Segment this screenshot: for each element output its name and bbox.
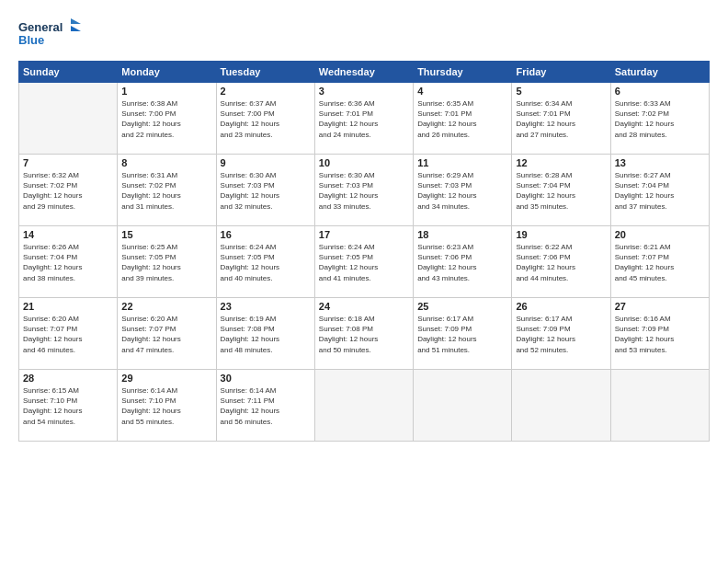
day-detail: Sunrise: 6:20 AMSunset: 7:07 PMDaylight:…: [23, 314, 113, 355]
day-cell: 2Sunrise: 6:37 AMSunset: 7:00 PMDaylight…: [216, 83, 314, 155]
day-detail: Sunrise: 6:24 AMSunset: 7:05 PMDaylight:…: [319, 242, 409, 283]
day-detail: Sunrise: 6:35 AMSunset: 7:01 PMDaylight:…: [417, 98, 507, 140]
day-number: 24: [319, 301, 409, 312]
day-cell: [512, 370, 610, 442]
day-number: 11: [417, 157, 507, 168]
day-cell: 13Sunrise: 6:27 AMSunset: 7:04 PMDayligh…: [610, 155, 709, 226]
header: General Blue: [18, 17, 710, 52]
svg-marker-2: [71, 18, 81, 24]
svg-text:General: General: [18, 20, 63, 34]
day-cell: 1Sunrise: 6:38 AMSunset: 7:00 PMDaylight…: [118, 83, 216, 155]
day-detail: Sunrise: 6:30 AMSunset: 7:03 PMDaylight:…: [319, 170, 409, 212]
day-detail: Sunrise: 6:21 AMSunset: 7:07 PMDaylight:…: [615, 242, 705, 283]
day-number: 28: [23, 373, 113, 384]
day-detail: Sunrise: 6:15 AMSunset: 7:10 PMDaylight:…: [23, 385, 113, 427]
day-detail: Sunrise: 6:17 AMSunset: 7:09 PMDaylight:…: [516, 314, 606, 355]
day-cell: 21Sunrise: 6:20 AMSunset: 7:07 PMDayligh…: [19, 298, 118, 370]
day-detail: Sunrise: 6:31 AMSunset: 7:02 PMDaylight:…: [121, 170, 211, 212]
day-detail: Sunrise: 6:26 AMSunset: 7:04 PMDaylight:…: [23, 242, 113, 283]
day-number: 20: [615, 229, 705, 240]
day-cell: 3Sunrise: 6:36 AMSunset: 7:01 PMDaylight…: [314, 83, 413, 155]
col-header-wednesday: Wednesday: [314, 62, 413, 83]
col-header-friday: Friday: [512, 62, 610, 83]
day-number: 6: [615, 86, 705, 97]
day-cell: 9Sunrise: 6:30 AMSunset: 7:03 PMDaylight…: [216, 155, 314, 226]
col-header-saturday: Saturday: [610, 62, 709, 83]
day-detail: Sunrise: 6:30 AMSunset: 7:03 PMDaylight:…: [221, 170, 311, 212]
day-cell: 15Sunrise: 6:25 AMSunset: 7:05 PMDayligh…: [118, 226, 216, 298]
day-cell: 26Sunrise: 6:17 AMSunset: 7:09 PMDayligh…: [512, 298, 610, 370]
day-detail: Sunrise: 6:19 AMSunset: 7:08 PMDaylight:…: [221, 314, 311, 355]
day-detail: Sunrise: 6:34 AMSunset: 7:01 PMDaylight:…: [516, 98, 606, 140]
day-cell: 10Sunrise: 6:30 AMSunset: 7:03 PMDayligh…: [314, 155, 413, 226]
col-header-monday: Monday: [118, 62, 216, 83]
week-row-2: 7Sunrise: 6:32 AMSunset: 7:02 PMDaylight…: [19, 155, 710, 226]
day-detail: Sunrise: 6:27 AMSunset: 7:04 PMDaylight:…: [615, 170, 705, 212]
day-number: 5: [516, 86, 606, 97]
day-cell: 25Sunrise: 6:17 AMSunset: 7:09 PMDayligh…: [414, 298, 512, 370]
day-cell: 28Sunrise: 6:15 AMSunset: 7:10 PMDayligh…: [19, 370, 118, 442]
day-detail: Sunrise: 6:37 AMSunset: 7:00 PMDaylight:…: [221, 98, 311, 140]
day-number: 8: [121, 157, 211, 168]
day-cell: 17Sunrise: 6:24 AMSunset: 7:05 PMDayligh…: [314, 226, 413, 298]
day-detail: Sunrise: 6:36 AMSunset: 7:01 PMDaylight:…: [319, 98, 409, 140]
day-cell: 11Sunrise: 6:29 AMSunset: 7:03 PMDayligh…: [414, 155, 512, 226]
day-cell: 16Sunrise: 6:24 AMSunset: 7:05 PMDayligh…: [216, 226, 314, 298]
day-number: 29: [121, 373, 211, 384]
calendar-page: General Blue SundayMondayTuesdayWednesda…: [0, 0, 728, 563]
day-cell: 19Sunrise: 6:22 AMSunset: 7:06 PMDayligh…: [512, 226, 610, 298]
day-detail: Sunrise: 6:22 AMSunset: 7:06 PMDaylight:…: [516, 242, 606, 283]
day-detail: Sunrise: 6:29 AMSunset: 7:03 PMDaylight:…: [417, 170, 507, 212]
generalblue-logo: General Blue: [18, 17, 83, 52]
day-detail: Sunrise: 6:20 AMSunset: 7:07 PMDaylight:…: [121, 314, 211, 355]
day-detail: Sunrise: 6:28 AMSunset: 7:04 PMDaylight:…: [516, 170, 606, 212]
calendar-table: SundayMondayTuesdayWednesdayThursdayFrid…: [18, 61, 710, 442]
day-detail: Sunrise: 6:14 AMSunset: 7:10 PMDaylight:…: [121, 385, 211, 427]
day-number: 18: [417, 229, 507, 240]
col-header-thursday: Thursday: [414, 62, 512, 83]
day-number: 1: [121, 86, 211, 97]
day-number: 2: [221, 86, 311, 97]
day-number: 7: [23, 157, 113, 168]
day-cell: 20Sunrise: 6:21 AMSunset: 7:07 PMDayligh…: [610, 226, 709, 298]
day-detail: Sunrise: 6:24 AMSunset: 7:05 PMDaylight:…: [221, 242, 311, 283]
day-cell: 22Sunrise: 6:20 AMSunset: 7:07 PMDayligh…: [118, 298, 216, 370]
day-detail: Sunrise: 6:32 AMSunset: 7:02 PMDaylight:…: [23, 170, 113, 212]
day-number: 4: [417, 86, 507, 97]
day-detail: Sunrise: 6:23 AMSunset: 7:06 PMDaylight:…: [417, 242, 507, 283]
day-cell: 24Sunrise: 6:18 AMSunset: 7:08 PMDayligh…: [314, 298, 413, 370]
day-detail: Sunrise: 6:25 AMSunset: 7:05 PMDaylight:…: [121, 242, 211, 283]
day-detail: Sunrise: 6:38 AMSunset: 7:00 PMDaylight:…: [121, 98, 211, 140]
day-detail: Sunrise: 6:17 AMSunset: 7:09 PMDaylight:…: [417, 314, 507, 355]
day-cell: 27Sunrise: 6:16 AMSunset: 7:09 PMDayligh…: [610, 298, 709, 370]
day-number: 16: [221, 229, 311, 240]
day-number: 25: [417, 301, 507, 312]
day-cell: 7Sunrise: 6:32 AMSunset: 7:02 PMDaylight…: [19, 155, 118, 226]
day-number: 10: [319, 157, 409, 168]
day-cell: 30Sunrise: 6:14 AMSunset: 7:11 PMDayligh…: [216, 370, 314, 442]
day-number: 30: [221, 373, 311, 384]
day-cell: 12Sunrise: 6:28 AMSunset: 7:04 PMDayligh…: [512, 155, 610, 226]
week-row-5: 28Sunrise: 6:15 AMSunset: 7:10 PMDayligh…: [19, 370, 710, 442]
day-cell: 5Sunrise: 6:34 AMSunset: 7:01 PMDaylight…: [512, 83, 610, 155]
col-header-sunday: Sunday: [19, 62, 118, 83]
day-cell: [414, 370, 512, 442]
day-cell: 8Sunrise: 6:31 AMSunset: 7:02 PMDaylight…: [118, 155, 216, 226]
day-detail: Sunrise: 6:16 AMSunset: 7:09 PMDaylight:…: [615, 314, 705, 355]
day-detail: Sunrise: 6:14 AMSunset: 7:11 PMDaylight:…: [221, 385, 311, 427]
day-cell: 4Sunrise: 6:35 AMSunset: 7:01 PMDaylight…: [414, 83, 512, 155]
day-cell: 14Sunrise: 6:26 AMSunset: 7:04 PMDayligh…: [19, 226, 118, 298]
week-row-4: 21Sunrise: 6:20 AMSunset: 7:07 PMDayligh…: [19, 298, 710, 370]
day-number: 15: [121, 229, 211, 240]
week-row-3: 14Sunrise: 6:26 AMSunset: 7:04 PMDayligh…: [19, 226, 710, 298]
day-cell: [19, 83, 118, 155]
day-number: 9: [221, 157, 311, 168]
day-cell: 6Sunrise: 6:33 AMSunset: 7:02 PMDaylight…: [610, 83, 709, 155]
svg-marker-3: [71, 26, 81, 31]
day-number: 14: [23, 229, 113, 240]
day-number: 23: [221, 301, 311, 312]
day-number: 19: [516, 229, 606, 240]
day-number: 3: [319, 86, 409, 97]
col-header-tuesday: Tuesday: [216, 62, 314, 83]
day-cell: 18Sunrise: 6:23 AMSunset: 7:06 PMDayligh…: [414, 226, 512, 298]
